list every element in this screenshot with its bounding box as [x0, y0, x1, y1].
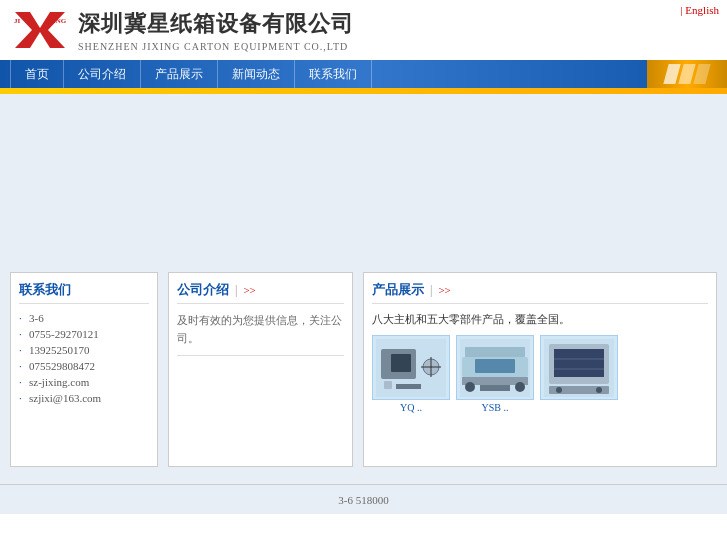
contact-value-5: sz-jixing.com [29, 376, 89, 388]
product-label-2: YSB .. [482, 402, 509, 413]
contact-icon-6: · [19, 392, 25, 404]
contact-icon-4: · [19, 360, 25, 372]
contact-row-3: · 13925250170 [19, 344, 149, 356]
contact-row-4: · 075529808472 [19, 360, 149, 372]
contact-value-2: 0755-29270121 [29, 328, 99, 340]
nav-stripes [666, 64, 708, 84]
company-text-block: 深圳冀星纸箱设备有限公司 SHENZHEN JIXING CARTON EQUI… [78, 9, 354, 52]
nav-item-intro[interactable]: 公司介绍 [64, 60, 141, 88]
svg-rect-7 [384, 381, 392, 389]
svg-rect-15 [465, 347, 525, 357]
svg-point-27 [596, 387, 602, 393]
product-sep: | [430, 283, 432, 298]
logo-icon: JI XING [10, 10, 70, 50]
product-label-1: YQ .. [400, 402, 422, 413]
product-img-3 [540, 335, 618, 400]
svg-rect-22 [554, 349, 604, 377]
stripe-3 [693, 64, 710, 84]
product-svg-3 [544, 339, 614, 397]
contact-row-6: · szjixi@163.com [19, 392, 149, 404]
svg-rect-8 [396, 384, 421, 389]
svg-point-26 [556, 387, 562, 393]
contact-box: 联系我们 · 3-6 · 0755-29270121 · 13925250170… [10, 272, 158, 467]
contact-icon-3: · [19, 344, 25, 356]
contact-icon-5: · [19, 376, 25, 388]
product-title: 产品展示 [372, 281, 424, 299]
intro-divider [177, 355, 344, 356]
contact-value-3: 13925250170 [29, 344, 90, 356]
svg-point-18 [465, 382, 475, 392]
contact-title: 联系我们 [19, 281, 149, 304]
intro-sep: | [235, 283, 237, 298]
mid-area [0, 94, 727, 264]
contact-icon-2: · [19, 328, 25, 340]
nav-item-news[interactable]: 新闻动态 [218, 60, 295, 88]
product-header: 产品展示 | >> [372, 281, 708, 304]
product-svg-2 [460, 339, 530, 397]
contact-value-4: 075529808472 [29, 360, 95, 372]
contact-row-2: · 0755-29270121 [19, 328, 149, 340]
product-img-2 [456, 335, 534, 400]
logo-area: JI XING 深圳冀星纸箱设备有限公司 SHENZHEN JIXING CAR… [10, 9, 354, 52]
svg-text:JI: JI [14, 17, 21, 25]
product-svg-1 [376, 339, 446, 397]
nav-item-products[interactable]: 产品展示 [141, 60, 218, 88]
product-more-link[interactable]: >> [438, 284, 450, 296]
footer: 3-6 518000 [0, 484, 727, 514]
intro-title: 公司介绍 [177, 281, 229, 299]
company-name-en: SHENZHEN JIXING CARTON EQUIPMENT CO.,LTD [78, 41, 354, 52]
lang-switch[interactable]: | English [680, 4, 719, 16]
intro-header: 公司介绍 | >> [177, 281, 344, 304]
intro-text: 及时有效的为您提供信息，关注公司。 [177, 312, 344, 347]
product-desc: 八大主机和五大零部件产品，覆盖全国。 [372, 312, 708, 327]
nav-item-home[interactable]: 首页 [10, 60, 64, 88]
header: JI XING 深圳冀星纸箱设备有限公司 SHENZHEN JIXING CAR… [0, 0, 727, 60]
product-box: 产品展示 | >> 八大主机和五大零部件产品，覆盖全国。 [363, 272, 717, 467]
nav-bar: 首页 公司介绍 产品展示 新闻动态 联系我们 [0, 60, 727, 88]
nav-item-contact[interactable]: 联系我们 [295, 60, 372, 88]
contact-row-1: · 3-6 [19, 312, 149, 324]
bottom-section: 联系我们 · 3-6 · 0755-29270121 · 13925250170… [0, 264, 727, 484]
svg-rect-16 [475, 359, 515, 373]
intro-box: 公司介绍 | >> 及时有效的为您提供信息，关注公司。 [168, 272, 353, 467]
product-item-1[interactable]: YQ .. [372, 335, 450, 413]
intro-more-link[interactable]: >> [243, 284, 255, 296]
contact-row-5: · sz-jixing.com [19, 376, 149, 388]
svg-rect-6 [391, 354, 411, 372]
contact-value-6: szjixi@163.com [29, 392, 101, 404]
product-item-2[interactable]: YSB .. [456, 335, 534, 413]
product-img-1 [372, 335, 450, 400]
nav-decoration [647, 60, 727, 88]
contact-value-1: 3-6 [29, 312, 44, 324]
product-item-3[interactable] [540, 335, 618, 413]
company-name-cn: 深圳冀星纸箱设备有限公司 [78, 9, 354, 39]
footer-text: 3-6 518000 [338, 494, 388, 506]
contact-icon-1: · [19, 312, 25, 324]
svg-rect-17 [480, 385, 510, 391]
svg-point-19 [515, 382, 525, 392]
svg-text:XING: XING [48, 17, 67, 25]
product-images: YQ .. YSB .. [372, 335, 708, 413]
